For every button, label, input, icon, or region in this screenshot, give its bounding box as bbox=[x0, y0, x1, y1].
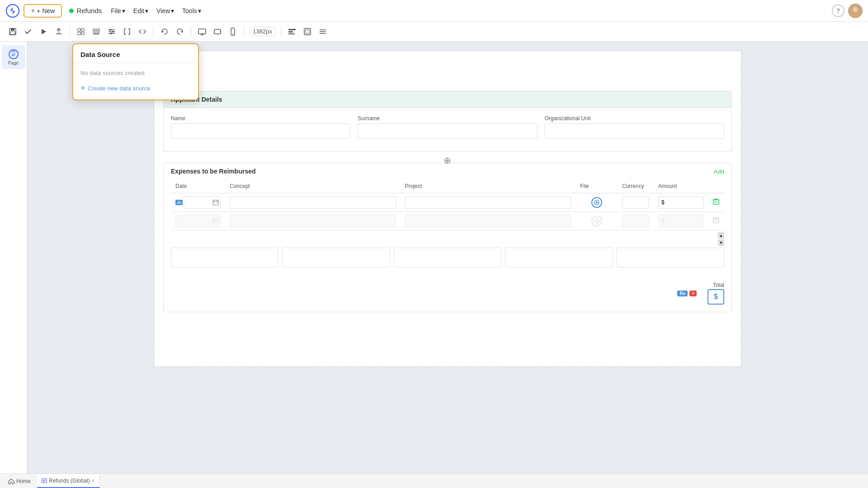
left-sidebar: Page bbox=[0, 42, 27, 474]
applicant-section: Applicant Details Name Surname Org bbox=[163, 91, 732, 152]
datasource-title: Data Source bbox=[80, 51, 120, 58]
amount-value-input-1[interactable] bbox=[665, 199, 700, 206]
new-button[interactable]: + + New bbox=[24, 4, 62, 18]
concept-input-1[interactable] bbox=[230, 196, 396, 209]
tools-menu[interactable]: Tools ▾ bbox=[179, 5, 205, 16]
svg-rect-23 bbox=[198, 29, 206, 34]
action-col-header bbox=[708, 179, 724, 193]
applicant-form-row: Name Surname Organizational Unit bbox=[171, 115, 724, 139]
total-value-box[interactable]: $ bbox=[708, 289, 724, 305]
toolbar: 1382px bbox=[0, 22, 868, 42]
save-button[interactable] bbox=[5, 24, 20, 39]
page-icon bbox=[8, 49, 19, 60]
amount-cell-1: $ bbox=[654, 193, 708, 212]
desktop-button[interactable] bbox=[195, 24, 209, 39]
total-section: Rx × Total $ bbox=[164, 275, 731, 312]
surname-input[interactable] bbox=[358, 123, 537, 139]
add-expense-button[interactable]: Add bbox=[714, 168, 724, 175]
svg-rect-55 bbox=[213, 219, 218, 224]
svg-marker-21 bbox=[162, 30, 164, 33]
project-input-1[interactable] bbox=[405, 196, 571, 209]
edit-menu[interactable]: Edit ▾ bbox=[130, 5, 152, 16]
currency-input-2[interactable] bbox=[622, 215, 649, 227]
refunds-tab-label: Refunds (Global) bbox=[49, 478, 90, 484]
svg-rect-62 bbox=[713, 218, 719, 223]
surname-field: Surname bbox=[358, 115, 537, 139]
currency-col-header: Currency bbox=[618, 179, 654, 193]
name-input[interactable] bbox=[171, 123, 350, 139]
name-field: Name bbox=[171, 115, 350, 139]
logo-icon bbox=[5, 4, 20, 18]
scroll-down-button[interactable]: ▼ bbox=[718, 239, 724, 246]
delete-row-button-1[interactable] bbox=[712, 199, 720, 206]
svg-rect-14 bbox=[93, 33, 99, 34]
play-button[interactable] bbox=[36, 24, 51, 39]
date-cell-1: Js bbox=[171, 193, 225, 212]
expenses-table-head: Date Concept Project File Currency Amoun… bbox=[171, 179, 724, 193]
date-cell-2 bbox=[171, 212, 225, 230]
plus-icon: + bbox=[31, 7, 35, 15]
org-input[interactable] bbox=[545, 123, 724, 139]
move-icon[interactable]: ⊕ bbox=[443, 155, 451, 166]
svg-rect-5 bbox=[11, 28, 14, 31]
file-upload-button-1[interactable] bbox=[591, 197, 602, 208]
doc-title: Refunds bbox=[69, 7, 102, 14]
currency-cell-1 bbox=[618, 193, 654, 212]
total-label: Total bbox=[708, 282, 724, 288]
sliders-button[interactable] bbox=[104, 24, 119, 39]
layers-button[interactable] bbox=[89, 24, 104, 39]
home-tab-label: Home bbox=[16, 478, 31, 484]
amount-input-1[interactable]: $ bbox=[658, 196, 703, 209]
home-tab[interactable]: Home bbox=[4, 476, 35, 486]
delete-row-button-2[interactable] bbox=[712, 217, 720, 225]
scroll-up-button[interactable]: ▲ bbox=[718, 232, 724, 239]
check-button[interactable] bbox=[21, 24, 35, 39]
toolbar-layout-group bbox=[195, 24, 240, 39]
toolbar-divider-2 bbox=[153, 26, 154, 37]
sidebar-item-page[interactable]: Page bbox=[2, 45, 25, 69]
brackets-button[interactable] bbox=[120, 24, 134, 39]
refunds-tab[interactable]: Refunds (Global) × bbox=[37, 474, 100, 488]
align3-button[interactable] bbox=[316, 24, 330, 39]
help-button[interactable]: ? bbox=[832, 5, 844, 17]
amount-input-2[interactable]: $ bbox=[658, 215, 703, 227]
svg-point-20 bbox=[110, 33, 112, 34]
align2-button[interactable] bbox=[300, 24, 315, 39]
date-input-1[interactable] bbox=[184, 196, 221, 209]
svg-rect-31 bbox=[288, 31, 293, 33]
grid-button[interactable] bbox=[74, 24, 88, 39]
bottom-cell-3 bbox=[394, 248, 501, 267]
tablet-button[interactable] bbox=[210, 24, 225, 39]
svg-point-19 bbox=[112, 31, 114, 33]
svg-rect-34 bbox=[306, 30, 309, 33]
project-input-2[interactable] bbox=[405, 215, 571, 227]
tab-close-button[interactable]: × bbox=[92, 478, 95, 484]
svg-rect-8 bbox=[78, 28, 80, 31]
view-menu[interactable]: View ▾ bbox=[153, 5, 178, 16]
amount-col-header: Amount bbox=[654, 179, 708, 193]
file-upload-button-2[interactable] bbox=[591, 216, 602, 226]
code-button[interactable] bbox=[135, 24, 150, 39]
datasource-popup: Data Source No data sources created + Cr… bbox=[72, 43, 199, 100]
create-datasource-label: Create new data source bbox=[88, 85, 151, 92]
applicant-section-body: Name Surname Organizational Unit bbox=[164, 108, 731, 151]
currency-input-1[interactable] bbox=[622, 196, 649, 209]
create-datasource-button[interactable]: + Create new data source bbox=[80, 84, 191, 93]
undo-button[interactable] bbox=[157, 24, 172, 39]
export-button[interactable] bbox=[52, 24, 66, 39]
expenses-table-body: Js bbox=[171, 193, 724, 230]
align1-button[interactable] bbox=[285, 24, 299, 39]
redo-button[interactable] bbox=[173, 24, 187, 39]
mobile-button[interactable] bbox=[226, 24, 240, 39]
avatar[interactable] bbox=[848, 4, 863, 18]
x-badge: × bbox=[689, 291, 697, 296]
file-menu[interactable]: File ▾ bbox=[107, 5, 129, 16]
table-row: $ bbox=[171, 212, 724, 230]
home-icon bbox=[8, 478, 14, 484]
svg-rect-6 bbox=[10, 32, 15, 34]
org-label: Organizational Unit bbox=[545, 115, 724, 122]
doc-title-text: Refunds bbox=[76, 7, 102, 14]
toolbar-view-group bbox=[74, 24, 150, 39]
toolbar-divider-1 bbox=[70, 26, 70, 37]
concept-input-2[interactable] bbox=[230, 215, 396, 227]
